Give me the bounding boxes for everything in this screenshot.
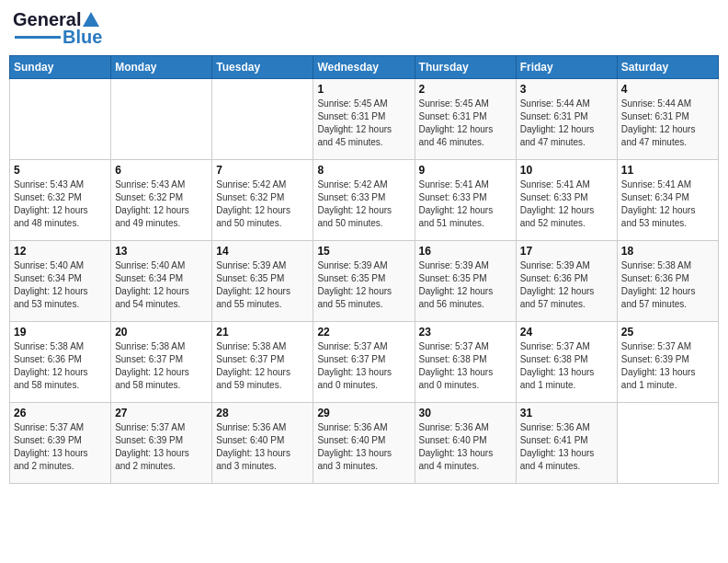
page-header: General Blue (9, 9, 719, 48)
calendar-cell: 23Sunrise: 5:37 AM Sunset: 6:38 PM Dayli… (415, 322, 516, 403)
day-info: Sunrise: 5:44 AM Sunset: 6:31 PM Dayligh… (621, 98, 714, 149)
calendar-header-row: SundayMondayTuesdayWednesdayThursdayFrid… (10, 56, 719, 79)
day-number: 13 (115, 245, 208, 258)
day-info: Sunrise: 5:41 AM Sunset: 6:33 PM Dayligh… (520, 178, 613, 230)
day-info: Sunrise: 5:36 AM Sunset: 6:40 PM Dayligh… (216, 421, 309, 473)
day-info: Sunrise: 5:43 AM Sunset: 6:32 PM Dayligh… (14, 178, 107, 230)
day-number: 27 (115, 407, 208, 419)
calendar-cell: 15Sunrise: 5:39 AM Sunset: 6:35 PM Dayli… (313, 241, 415, 322)
day-info: Sunrise: 5:38 AM Sunset: 6:37 PM Dayligh… (115, 340, 208, 392)
day-number: 11 (621, 164, 714, 177)
day-info: Sunrise: 5:39 AM Sunset: 6:35 PM Dayligh… (419, 259, 512, 311)
day-info: Sunrise: 5:39 AM Sunset: 6:35 PM Dayligh… (216, 259, 309, 311)
col-header-wednesday: Wednesday (313, 56, 415, 79)
day-number: 28 (216, 407, 309, 419)
calendar-week-row: 26Sunrise: 5:37 AM Sunset: 6:39 PM Dayli… (10, 403, 719, 484)
day-info: Sunrise: 5:37 AM Sunset: 6:38 PM Dayligh… (520, 340, 613, 392)
day-number: 3 (520, 83, 613, 96)
calendar-cell: 30Sunrise: 5:36 AM Sunset: 6:40 PM Dayli… (415, 403, 516, 484)
day-number: 10 (520, 164, 613, 177)
calendar-cell: 19Sunrise: 5:38 AM Sunset: 6:36 PM Dayli… (10, 322, 111, 403)
day-number: 5 (14, 164, 107, 177)
calendar-week-row: 19Sunrise: 5:38 AM Sunset: 6:36 PM Dayli… (10, 322, 719, 403)
calendar-week-row: 1Sunrise: 5:45 AM Sunset: 6:31 PM Daylig… (10, 79, 719, 160)
day-info: Sunrise: 5:42 AM Sunset: 6:33 PM Dayligh… (317, 178, 410, 230)
calendar-cell: 20Sunrise: 5:38 AM Sunset: 6:37 PM Dayli… (111, 322, 212, 403)
day-info: Sunrise: 5:45 AM Sunset: 6:31 PM Dayligh… (419, 98, 512, 149)
day-info: Sunrise: 5:39 AM Sunset: 6:35 PM Dayligh… (317, 259, 410, 311)
calendar-cell: 27Sunrise: 5:37 AM Sunset: 6:39 PM Dayli… (111, 403, 212, 484)
calendar-cell: 9Sunrise: 5:41 AM Sunset: 6:33 PM Daylig… (415, 160, 516, 241)
day-number: 14 (216, 245, 309, 258)
day-info: Sunrise: 5:37 AM Sunset: 6:38 PM Dayligh… (419, 340, 512, 392)
day-info: Sunrise: 5:36 AM Sunset: 6:41 PM Dayligh… (520, 421, 613, 473)
day-number: 26 (14, 407, 107, 419)
day-number: 15 (317, 245, 410, 258)
day-info: Sunrise: 5:38 AM Sunset: 6:36 PM Dayligh… (621, 259, 714, 311)
day-number: 18 (621, 245, 714, 258)
col-header-friday: Friday (516, 56, 617, 79)
day-info: Sunrise: 5:41 AM Sunset: 6:33 PM Dayligh… (419, 178, 512, 230)
day-number: 2 (419, 83, 512, 96)
day-info: Sunrise: 5:41 AM Sunset: 6:34 PM Dayligh… (621, 178, 714, 230)
calendar-cell: 22Sunrise: 5:37 AM Sunset: 6:37 PM Dayli… (313, 322, 415, 403)
day-number: 29 (317, 407, 410, 419)
calendar-cell (111, 79, 212, 160)
day-number: 21 (216, 326, 309, 339)
day-info: Sunrise: 5:37 AM Sunset: 6:39 PM Dayligh… (621, 340, 714, 392)
calendar-cell: 1Sunrise: 5:45 AM Sunset: 6:31 PM Daylig… (313, 79, 415, 160)
calendar-cell (212, 79, 313, 160)
calendar-cell: 8Sunrise: 5:42 AM Sunset: 6:33 PM Daylig… (313, 160, 415, 241)
logo-blue-text: Blue (63, 27, 102, 48)
day-number: 4 (621, 83, 714, 96)
calendar-cell: 25Sunrise: 5:37 AM Sunset: 6:39 PM Dayli… (617, 322, 718, 403)
calendar-cell: 6Sunrise: 5:43 AM Sunset: 6:32 PM Daylig… (111, 160, 212, 241)
calendar-cell (617, 403, 718, 484)
calendar-cell: 16Sunrise: 5:39 AM Sunset: 6:35 PM Dayli… (415, 241, 516, 322)
calendar-cell: 29Sunrise: 5:36 AM Sunset: 6:40 PM Dayli… (313, 403, 415, 484)
col-header-saturday: Saturday (617, 56, 718, 79)
calendar-cell: 4Sunrise: 5:44 AM Sunset: 6:31 PM Daylig… (617, 79, 718, 160)
day-number: 8 (317, 164, 410, 177)
day-info: Sunrise: 5:40 AM Sunset: 6:34 PM Dayligh… (14, 259, 107, 311)
col-header-thursday: Thursday (415, 56, 516, 79)
day-number: 16 (419, 245, 512, 258)
calendar-cell: 10Sunrise: 5:41 AM Sunset: 6:33 PM Dayli… (516, 160, 617, 241)
calendar-cell: 28Sunrise: 5:36 AM Sunset: 6:40 PM Dayli… (212, 403, 313, 484)
day-number: 23 (419, 326, 512, 339)
calendar-cell: 3Sunrise: 5:44 AM Sunset: 6:31 PM Daylig… (516, 79, 617, 160)
day-info: Sunrise: 5:43 AM Sunset: 6:32 PM Dayligh… (115, 178, 208, 230)
calendar-cell: 21Sunrise: 5:38 AM Sunset: 6:37 PM Dayli… (212, 322, 313, 403)
day-info: Sunrise: 5:38 AM Sunset: 6:37 PM Dayligh… (216, 340, 309, 392)
calendar-cell: 2Sunrise: 5:45 AM Sunset: 6:31 PM Daylig… (415, 79, 516, 160)
day-number: 24 (520, 326, 613, 339)
calendar-cell: 14Sunrise: 5:39 AM Sunset: 6:35 PM Dayli… (212, 241, 313, 322)
day-number: 31 (520, 407, 613, 419)
day-number: 7 (216, 164, 309, 177)
day-number: 30 (419, 407, 512, 419)
day-info: Sunrise: 5:42 AM Sunset: 6:32 PM Dayligh… (216, 178, 309, 230)
calendar-week-row: 5Sunrise: 5:43 AM Sunset: 6:32 PM Daylig… (10, 160, 719, 241)
day-info: Sunrise: 5:39 AM Sunset: 6:36 PM Dayligh… (520, 259, 613, 311)
day-number: 17 (520, 245, 613, 258)
calendar-cell: 7Sunrise: 5:42 AM Sunset: 6:32 PM Daylig… (212, 160, 313, 241)
day-info: Sunrise: 5:36 AM Sunset: 6:40 PM Dayligh… (317, 421, 410, 473)
calendar-cell: 18Sunrise: 5:38 AM Sunset: 6:36 PM Dayli… (617, 241, 718, 322)
day-info: Sunrise: 5:37 AM Sunset: 6:39 PM Dayligh… (14, 421, 107, 473)
day-info: Sunrise: 5:37 AM Sunset: 6:37 PM Dayligh… (317, 340, 410, 392)
day-number: 20 (115, 326, 208, 339)
day-number: 6 (115, 164, 208, 177)
day-number: 25 (621, 326, 714, 339)
day-number: 22 (317, 326, 410, 339)
day-number: 19 (14, 326, 107, 339)
calendar-table: SundayMondayTuesdayWednesdayThursdayFrid… (9, 55, 719, 484)
day-info: Sunrise: 5:44 AM Sunset: 6:31 PM Dayligh… (520, 98, 613, 149)
calendar-cell: 13Sunrise: 5:40 AM Sunset: 6:34 PM Dayli… (111, 241, 212, 322)
calendar-cell (10, 79, 111, 160)
calendar-cell: 26Sunrise: 5:37 AM Sunset: 6:39 PM Dayli… (10, 403, 111, 484)
calendar-cell: 12Sunrise: 5:40 AM Sunset: 6:34 PM Dayli… (10, 241, 111, 322)
logo: General Blue (13, 9, 102, 48)
calendar-week-row: 12Sunrise: 5:40 AM Sunset: 6:34 PM Dayli… (10, 241, 719, 322)
calendar-cell: 17Sunrise: 5:39 AM Sunset: 6:36 PM Dayli… (516, 241, 617, 322)
day-number: 9 (419, 164, 512, 177)
